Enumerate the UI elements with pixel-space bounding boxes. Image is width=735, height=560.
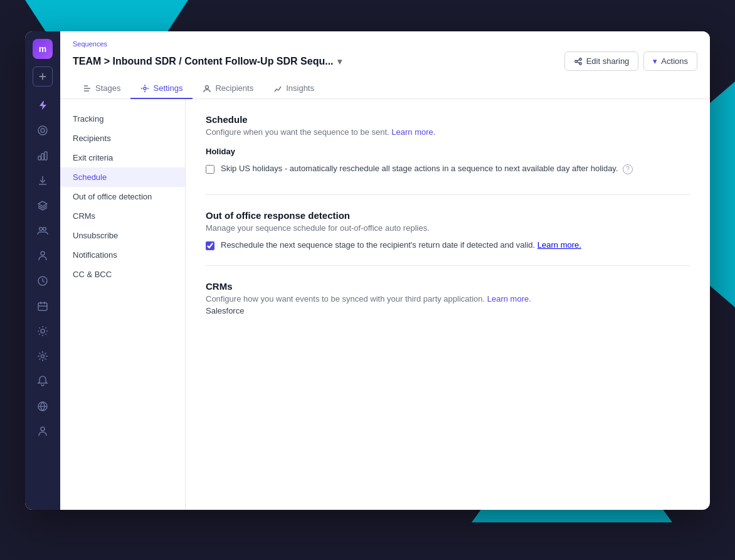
header: Sequences TEAM > Inbound SDR / Content F… — [60, 31, 710, 99]
schedule-desc-text: Configure when you want the sequence to … — [206, 127, 391, 137]
svg-point-3 — [41, 129, 45, 132]
schedule-description: Configure when you want the sequence to … — [206, 127, 690, 137]
sidebar-icon-barchart[interactable] — [31, 144, 54, 167]
tab-settings[interactable]: Settings — [130, 78, 193, 99]
main-content: Sequences TEAM > Inbound SDR / Content F… — [60, 31, 710, 510]
svg-point-16 — [579, 58, 581, 60]
nav-item-schedule[interactable]: Schedule — [60, 167, 185, 187]
holiday-help-icon[interactable]: ? — [623, 164, 633, 174]
page-title: TEAM > Inbound SDR / Content Follow-Up S… — [73, 56, 342, 67]
oof-checkbox-row: Reschedule the next sequence stage to th… — [206, 240, 690, 250]
title-chevron-icon[interactable]: ▾ — [337, 56, 342, 66]
oof-section: Out of office response detection Manage … — [206, 210, 690, 250]
app-logo: m — [33, 39, 53, 59]
svg-point-12 — [41, 329, 45, 333]
svg-point-7 — [40, 228, 43, 231]
logo-text: m — [39, 44, 46, 54]
title-row: TEAM > Inbound SDR / Content Follow-Up S… — [73, 51, 697, 71]
schedule-section: Schedule Configure when you want the seq… — [206, 114, 690, 174]
sidebar-icon-clock[interactable] — [31, 270, 54, 292]
svg-rect-11 — [38, 303, 47, 310]
schedule-title: Schedule — [206, 114, 690, 125]
content-panel: Schedule Configure when you want the seq… — [186, 99, 710, 510]
svg-point-19 — [144, 87, 146, 90]
nav-item-notifications[interactable]: Notifications — [60, 245, 185, 265]
svg-point-9 — [41, 251, 45, 255]
sidebar-icon-person2[interactable] — [31, 420, 54, 443]
holiday-checkbox[interactable] — [206, 165, 214, 174]
body-area: Tracking Recipients Exit criteria Schedu… — [60, 99, 710, 510]
sidebar-icon-gear[interactable] — [31, 345, 54, 367]
svg-rect-4 — [38, 156, 41, 160]
section-divider-2 — [206, 265, 690, 266]
section-divider — [206, 194, 690, 195]
svg-point-15 — [41, 427, 45, 431]
svg-point-8 — [43, 228, 46, 231]
schedule-learn-more-link[interactable]: Learn more. — [391, 127, 435, 137]
tab-stages-label: Stages — [95, 83, 120, 93]
svg-point-13 — [41, 355, 45, 358]
oof-learn-more-link[interactable]: Learn more. — [537, 240, 581, 250]
app-window: m — [25, 31, 710, 510]
crm-section: CRMs Configure how you want events to be… — [206, 281, 690, 315]
oof-title: Out of office response detection — [206, 210, 690, 221]
tab-recipients-label: Recipients — [215, 83, 253, 93]
sidebar: m — [25, 31, 60, 510]
holiday-checkbox-row: Skip US holidays - automatically resched… — [206, 164, 690, 174]
sidebar-icon-globe[interactable] — [31, 395, 54, 418]
actions-arrow-icon: ▾ — [653, 56, 657, 66]
page-title-text: TEAM > Inbound SDR / Content Follow-Up S… — [73, 56, 334, 67]
nav-item-exit-criteria[interactable]: Exit criteria — [60, 148, 185, 167]
sidebar-icon-layers[interactable] — [31, 194, 54, 217]
crm-salesforce-label: Salesforce — [206, 306, 690, 315]
tab-settings-label: Settings — [153, 83, 182, 93]
svg-point-2 — [38, 126, 47, 135]
nav-item-tracking[interactable]: Tracking — [60, 109, 185, 129]
breadcrumb[interactable]: Sequences — [73, 40, 697, 48]
tabs: Stages Settings Recipients — [73, 78, 697, 98]
svg-point-20 — [206, 85, 209, 88]
oof-checkbox[interactable] — [206, 241, 214, 250]
nav-item-cc-bcc[interactable]: CC & BCC — [60, 265, 185, 284]
sidebar-icon-people[interactable] — [31, 219, 54, 242]
nav-item-recipients[interactable]: Recipients — [60, 129, 185, 148]
left-nav: Tracking Recipients Exit criteria Schedu… — [60, 99, 186, 510]
sidebar-icon-person[interactable] — [31, 245, 54, 267]
tab-insights[interactable]: Insights — [263, 78, 324, 99]
header-actions: Edit sharing ▾ Actions — [564, 51, 697, 71]
oof-checkbox-label: Reschedule the next sequence stage to th… — [221, 240, 581, 250]
svg-rect-6 — [45, 152, 47, 160]
nav-item-crms[interactable]: CRMs — [60, 206, 185, 226]
tab-insights-label: Insights — [286, 83, 314, 93]
add-button[interactable] — [33, 66, 53, 87]
actions-button[interactable]: ▾ Actions — [643, 51, 697, 71]
sidebar-icon-download[interactable] — [31, 169, 54, 192]
actions-label: Actions — [661, 56, 688, 66]
nav-item-unsubscribe[interactable]: Unsubscribe — [60, 226, 185, 245]
holiday-subsection-title: Holiday — [206, 147, 690, 156]
tab-recipients[interactable]: Recipients — [193, 78, 263, 99]
crm-learn-more-link[interactable]: Learn more. — [487, 294, 531, 304]
holiday-checkbox-label: Skip US holidays - automatically resched… — [221, 164, 633, 174]
nav-item-out-of-office[interactable]: Out of office detection — [60, 187, 185, 206]
svg-point-18 — [579, 62, 581, 65]
svg-point-17 — [574, 60, 577, 63]
sidebar-icon-bell[interactable] — [31, 370, 54, 393]
svg-rect-5 — [41, 154, 44, 160]
sidebar-icon-graph[interactable] — [31, 119, 54, 142]
sidebar-icon-calendar[interactable] — [31, 295, 54, 317]
edit-sharing-label: Edit sharing — [586, 56, 630, 66]
edit-sharing-button[interactable]: Edit sharing — [564, 51, 639, 71]
sidebar-icon-lightning[interactable] — [31, 94, 54, 117]
crm-title: CRMs — [206, 281, 690, 292]
sidebar-icon-settings-cog[interactable] — [31, 320, 54, 342]
crm-description: Configure how you want events to be sync… — [206, 294, 690, 304]
oof-description: Manage your sequence schedule for out-of… — [206, 223, 690, 233]
tab-stages[interactable]: Stages — [73, 78, 130, 99]
